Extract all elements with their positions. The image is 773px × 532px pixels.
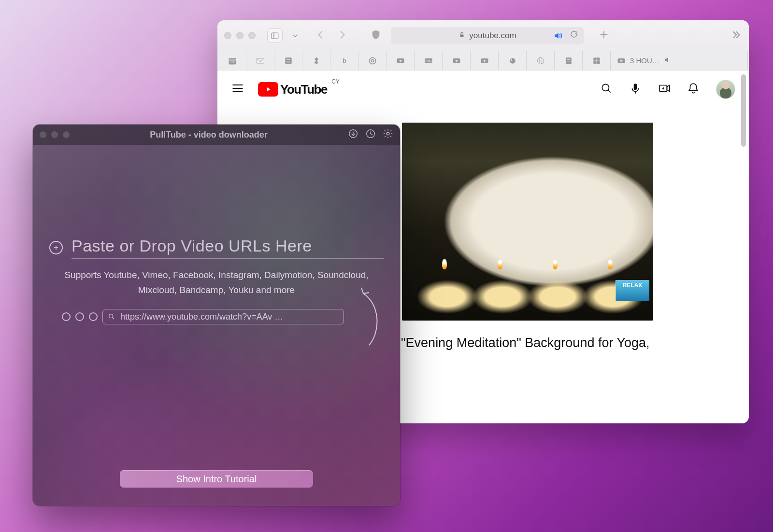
svg-rect-8 bbox=[285, 57, 291, 64]
svg-text:31: 31 bbox=[230, 60, 234, 64]
back-button[interactable] bbox=[315, 29, 326, 42]
svg-point-14 bbox=[371, 59, 373, 62]
create-button[interactable] bbox=[658, 82, 671, 97]
svg-point-26 bbox=[539, 57, 542, 64]
svg-text:b: b bbox=[343, 57, 346, 64]
svg-rect-0 bbox=[272, 33, 278, 39]
favorite-audio-icon bbox=[663, 56, 672, 66]
favorite-circle[interactable] bbox=[358, 51, 386, 70]
url-drop-input[interactable]: Paste or Drop Video URLs Here bbox=[72, 237, 384, 259]
svg-point-50 bbox=[386, 132, 389, 135]
youtube-header: YouTube CY bbox=[217, 70, 749, 108]
favorite-jira[interactable] bbox=[302, 51, 330, 70]
history-icon[interactable] bbox=[365, 128, 376, 141]
safari-traffic-lights[interactable] bbox=[224, 32, 256, 39]
favorite-doc[interactable] bbox=[555, 51, 583, 70]
favorite-gmail[interactable] bbox=[246, 51, 274, 70]
supports-text: Supports Youtube, Vimeo, Facebook, Insta… bbox=[49, 267, 384, 298]
hamburger-menu-button[interactable] bbox=[231, 82, 244, 97]
favorite-yt1[interactable] bbox=[386, 51, 415, 70]
thumb-relax-badge: RELAX bbox=[616, 280, 649, 301]
safari-toolbar: youtube.com bbox=[217, 20, 749, 51]
pulltube-titlebar: PullTube - video downloader bbox=[33, 125, 400, 145]
favorite-current-label: 3 HOU… bbox=[630, 56, 659, 65]
candle-icon bbox=[553, 259, 558, 269]
address-bar[interactable]: youtube.com bbox=[391, 27, 584, 44]
privacy-shield-icon[interactable] bbox=[371, 29, 381, 42]
favorite-yt2[interactable] bbox=[443, 51, 471, 70]
pulltube-body: Paste or Drop Video URLs Here Supports Y… bbox=[33, 145, 400, 298]
mini-url-text: https://www.youtube.com/watch?v=AAv … bbox=[120, 312, 283, 322]
forward-button[interactable] bbox=[337, 29, 347, 42]
favorite-b[interactable]: b bbox=[330, 51, 358, 70]
arrow-hint-icon bbox=[355, 285, 384, 350]
favorite-yt3[interactable] bbox=[471, 51, 499, 70]
svg-marker-38 bbox=[267, 87, 271, 91]
favorite-dsm[interactable]: DSM bbox=[415, 51, 443, 70]
address-text: youtube.com bbox=[469, 31, 516, 41]
svg-line-54 bbox=[113, 318, 114, 319]
candle-icon bbox=[498, 259, 502, 269]
svg-point-39 bbox=[602, 84, 609, 91]
downloads-icon[interactable] bbox=[348, 128, 358, 141]
svg-point-25 bbox=[537, 57, 544, 64]
traffic-close[interactable] bbox=[224, 32, 231, 39]
pulltube-traffic-lights[interactable] bbox=[40, 131, 70, 138]
svg-rect-2 bbox=[460, 34, 464, 37]
favorite-blob[interactable] bbox=[499, 51, 527, 70]
candle-icon bbox=[608, 259, 613, 269]
favorite-list[interactable] bbox=[274, 51, 302, 70]
mini-url-bar: https://www.youtube.com/watch?v=AAv … bbox=[102, 309, 344, 324]
favorite-current-video[interactable]: 3 HOU… bbox=[611, 51, 748, 70]
tab-audio-icon[interactable] bbox=[553, 31, 563, 41]
youtube-logo-text: YouTube bbox=[280, 82, 327, 97]
video-thumbnail[interactable]: RELAX bbox=[402, 123, 653, 321]
user-avatar[interactable] bbox=[716, 80, 735, 99]
traffic-zoom[interactable] bbox=[63, 131, 70, 138]
mini-browser-hint: https://www.youtube.com/watch?v=AAv … bbox=[62, 309, 344, 324]
youtube-country-code: CY bbox=[331, 78, 340, 85]
svg-point-24 bbox=[510, 59, 512, 60]
youtube-logo-icon bbox=[258, 82, 278, 97]
mini-traffic-icon bbox=[62, 312, 98, 321]
notifications-button[interactable] bbox=[687, 82, 700, 97]
lock-icon bbox=[458, 31, 465, 41]
toolbar-overflow-button[interactable] bbox=[730, 28, 742, 43]
svg-point-53 bbox=[109, 314, 113, 318]
reload-button[interactable] bbox=[570, 30, 578, 41]
svg-rect-41 bbox=[634, 84, 637, 90]
tab-group-dropdown[interactable] bbox=[287, 28, 303, 43]
svg-point-23 bbox=[510, 58, 515, 64]
svg-text:DSM: DSM bbox=[425, 59, 431, 62]
favorite-grid[interactable] bbox=[583, 51, 611, 70]
voice-search-button[interactable] bbox=[629, 82, 642, 97]
traffic-zoom[interactable] bbox=[248, 32, 256, 39]
search-icon bbox=[108, 313, 115, 321]
svg-marker-44 bbox=[667, 85, 669, 92]
traffic-minimize[interactable] bbox=[51, 131, 58, 138]
sidebar-toggle-button[interactable] bbox=[267, 28, 283, 43]
svg-line-40 bbox=[608, 90, 610, 92]
youtube-logo[interactable]: YouTube CY bbox=[258, 82, 327, 97]
search-button[interactable] bbox=[600, 82, 613, 97]
candle-icon bbox=[442, 259, 447, 269]
svg-point-13 bbox=[369, 57, 375, 64]
settings-icon[interactable] bbox=[383, 128, 393, 141]
traffic-minimize[interactable] bbox=[236, 32, 243, 39]
add-url-button[interactable] bbox=[49, 241, 63, 254]
show-intro-tutorial-button[interactable]: Show Intro Tutorial bbox=[120, 470, 313, 488]
favorite-calendar[interactable]: 31 bbox=[218, 51, 246, 70]
new-tab-button[interactable] bbox=[599, 29, 609, 42]
pulltube-window: PullTube - video downloader Paste or Dro… bbox=[33, 125, 400, 506]
pulltube-title-text: PullTube - video downloader bbox=[74, 130, 343, 140]
favorite-globe[interactable] bbox=[527, 51, 555, 70]
svg-rect-27 bbox=[566, 57, 572, 64]
traffic-close[interactable] bbox=[40, 131, 46, 138]
favorites-bar: 31 b DSM 3 HOU… bbox=[217, 51, 749, 70]
scrollbar[interactable] bbox=[741, 74, 746, 147]
